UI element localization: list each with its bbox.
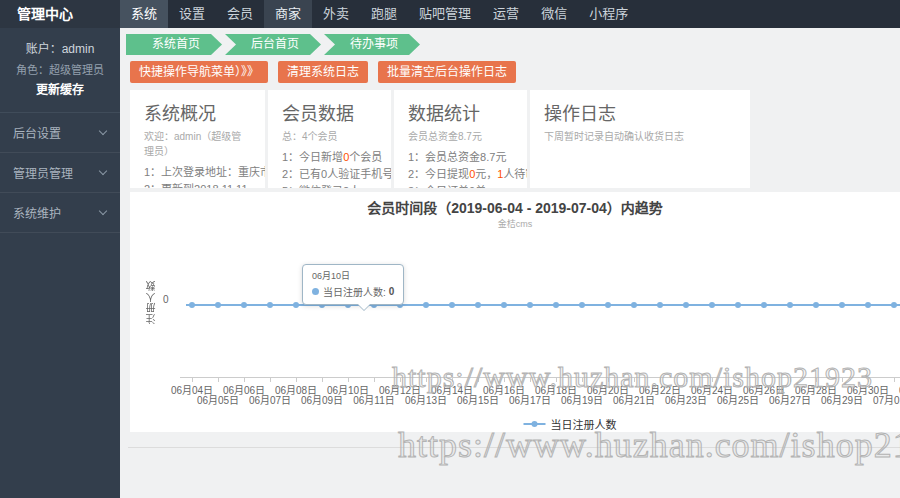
card-line: 2：更新到2018.11.11 — [144, 181, 251, 188]
main-content: 系统首页后台首页待办事项 快捷操作导航菜单）》》清理系统日志批量清空后台操作日志… — [120, 28, 900, 498]
sidebar-menus: 后台设置管理员管理系统维护 — [0, 113, 120, 233]
x-axis-label: 07月02日 — [890, 382, 900, 397]
data-point-dot[interactable] — [709, 302, 715, 308]
data-point-dot[interactable] — [293, 302, 299, 308]
refresh-cache-link[interactable]: 更新缓存 — [6, 79, 114, 102]
tooltip-date: 06月10日 — [312, 269, 394, 282]
card-line-text: 1：今日新增 — [282, 151, 343, 163]
chart-panel: 会员时间段（2019-06-04 - 2019-07-04）内趋势 金桔cms … — [130, 192, 900, 432]
data-point-dot[interactable] — [527, 302, 533, 308]
user-info: 账户：admin 角色：超级管理员 更新缓存 — [0, 28, 120, 113]
nav-item-系统[interactable]: 系统 — [120, 0, 168, 28]
card-line-text: 2：已有0人验证手机号 — [282, 168, 393, 180]
action-button[interactable]: 清理系统日志 — [278, 61, 368, 83]
chevron-down-icon — [99, 207, 107, 215]
action-button[interactable]: 快捷操作导航菜单）》》 — [130, 61, 268, 83]
breadcrumb-tab-待办事项[interactable]: 待办事项 — [324, 34, 420, 55]
tooltip-row: 当日注册人数: 0 — [312, 284, 394, 299]
breadcrumb: 系统首页后台首页待办事项 — [126, 34, 420, 55]
data-point-dot[interactable] — [553, 302, 559, 308]
data-point-dot[interactable] — [241, 302, 247, 308]
card-line: 1：会员总资金8.7元 — [408, 149, 513, 166]
sidebar-item-后台设置[interactable]: 后台设置 — [0, 113, 120, 153]
card-line-text: 元， — [475, 168, 497, 180]
sidebar: 账户：admin 角色：超级管理员 更新缓存 后台设置管理员管理系统维护 — [0, 28, 120, 498]
nav-item-外卖[interactable]: 外卖 — [312, 0, 360, 28]
data-point-dot[interactable] — [865, 302, 871, 308]
nav-item-小程序[interactable]: 小程序 — [578, 0, 639, 28]
footer-divider — [128, 447, 900, 448]
chart-tooltip: 06月10日 当日注册人数: 0 — [302, 264, 404, 305]
tooltip-arrow-icon — [358, 304, 370, 310]
data-point-dot[interactable] — [215, 302, 221, 308]
breadcrumb-tab-系统首页[interactable]: 系统首页 — [126, 34, 222, 55]
card-subtitle: 欢迎：admin（超级管理员） — [144, 128, 251, 158]
nav-item-设置[interactable]: 设置 — [168, 0, 216, 28]
card-line: 2：今日提现0元，1人待审 — [408, 166, 513, 183]
card-line-text: 1：会员总资金8.7元 — [408, 151, 506, 163]
legend-label: 当日注册人数 — [551, 416, 617, 432]
chart-legend[interactable]: 当日注册人数 — [524, 416, 617, 432]
series-marker-icon — [312, 288, 319, 295]
action-buttons: 快捷操作导航菜单）》》清理系统日志批量清空后台操作日志 — [130, 61, 526, 83]
legend-dot-icon — [532, 421, 538, 427]
nav-item-运营[interactable]: 运营 — [482, 0, 530, 28]
legend-line-icon — [524, 423, 546, 425]
data-point-dot[interactable] — [787, 302, 793, 308]
data-point-dot[interactable] — [761, 302, 767, 308]
nav-item-贴吧管理[interactable]: 贴吧管理 — [408, 0, 482, 28]
card-line-text: 2：今日提现 — [408, 168, 469, 180]
stat-card-系统概况: 系统概况欢迎：admin（超级管理员）1：上次登录地址：重庆市电信2：更新到20… — [130, 90, 268, 188]
data-point-dot[interactable] — [579, 302, 585, 308]
nav-item-会员[interactable]: 会员 — [216, 0, 264, 28]
card-line: 5：微信登录2人. — [282, 183, 377, 188]
card-line: 2：已有0人验证手机号 — [282, 166, 377, 183]
data-point-dot[interactable] — [449, 302, 455, 308]
stat-card-会员数据: 会员数据总：4个会员1：今日新增0个会员2：已有0人验证手机号5：微信登录2人. — [268, 90, 394, 188]
card-line: 1：上次登录地址：重庆市电信 — [144, 164, 251, 181]
role-label: 角色：超级管理员 — [6, 61, 114, 80]
data-point-dot[interactable] — [683, 302, 689, 308]
data-point-dot[interactable] — [189, 302, 195, 308]
card-subtitle: 会员总资金8.7元 — [408, 128, 513, 143]
data-point-dot[interactable] — [501, 302, 507, 308]
nav-item-商家[interactable]: 商家 — [264, 0, 312, 28]
stat-cards: 系统概况欢迎：admin（超级管理员）1：上次登录地址：重庆市电信2：更新到20… — [130, 90, 750, 188]
card-line: 3：今日订单0单 — [408, 183, 513, 188]
chevron-down-icon — [99, 167, 107, 175]
card-subtitle: 下周暂时记录自动确认收货日志 — [544, 128, 736, 143]
data-point-dot[interactable] — [657, 302, 663, 308]
sidebar-item-label: 管理员管理 — [13, 164, 73, 181]
card-title: 会员数据 — [282, 99, 377, 125]
card-title: 系统概况 — [144, 99, 251, 125]
data-point-dot[interactable] — [631, 302, 637, 308]
data-point-dot[interactable] — [423, 302, 429, 308]
card-line-text: 人待审 — [503, 168, 530, 180]
plot-area: 06月10日 当日注册人数: 0 06月04日06月05日06月06日06月07… — [130, 192, 900, 432]
sidebar-item-label: 系统维护 — [13, 204, 61, 221]
stat-card-操作日志: 操作日志下周暂时记录自动确认收货日志 — [530, 90, 750, 188]
data-point-dot[interactable] — [891, 302, 897, 308]
card-line-text: 5：微信登录2人. — [282, 185, 363, 188]
data-point-dot[interactable] — [813, 302, 819, 308]
sidebar-item-系统维护[interactable]: 系统维护 — [0, 193, 120, 233]
tooltip-label: 当日注册人数: — [323, 284, 386, 299]
account-label: 账户：admin — [6, 39, 114, 61]
nav-item-跑腿[interactable]: 跑腿 — [360, 0, 408, 28]
data-point-dot[interactable] — [605, 302, 611, 308]
card-line-text: 个会员 — [349, 151, 382, 163]
data-point-dot[interactable] — [267, 302, 273, 308]
card-line-text: 1：上次登录地址：重庆市电信 — [144, 166, 268, 178]
card-line: 1：今日新增0个会员 — [282, 149, 377, 166]
chevron-down-icon — [99, 127, 107, 135]
data-point-dot[interactable] — [735, 302, 741, 308]
breadcrumb-tab-后台首页[interactable]: 后台首页 — [225, 34, 321, 55]
data-point-dot[interactable] — [475, 302, 481, 308]
action-button[interactable]: 批量清空后台操作日志 — [378, 61, 516, 83]
card-line-text: 2：更新到2018.11.11 — [144, 183, 248, 188]
data-point-dot[interactable] — [839, 302, 845, 308]
nav-item-微信[interactable]: 微信 — [530, 0, 578, 28]
nav-items: 系统设置会员商家外卖跑腿贴吧管理运营微信小程序 — [120, 0, 639, 28]
sidebar-item-管理员管理[interactable]: 管理员管理 — [0, 153, 120, 193]
card-subtitle: 总：4个会员 — [282, 128, 377, 143]
